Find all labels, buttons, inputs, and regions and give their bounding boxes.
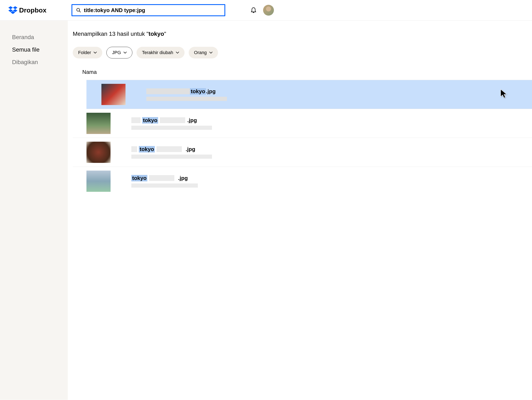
chevron-down-icon bbox=[176, 52, 179, 54]
svg-point-0 bbox=[77, 8, 80, 11]
header-actions bbox=[250, 5, 274, 16]
main-content: Menampilkan 13 hasil untuk "tokyo" Folde… bbox=[68, 21, 532, 400]
placeholder bbox=[131, 126, 212, 130]
search-box[interactable] bbox=[71, 4, 225, 16]
sidebar-item-shared[interactable]: Dibagikan bbox=[12, 56, 68, 68]
brand-name: Dropbox bbox=[19, 6, 47, 14]
filter-label: Folder bbox=[78, 50, 91, 55]
table-row[interactable]: tokyo.jpg bbox=[86, 80, 532, 109]
filter-label: Terakhir diubah bbox=[142, 50, 173, 55]
filter-people[interactable]: Orang bbox=[189, 47, 218, 58]
sidebar-item-all-files[interactable]: Semua file bbox=[12, 44, 68, 56]
chevron-down-icon bbox=[209, 52, 213, 54]
filter-row: Folder JPG Terakhir diubah Orang bbox=[73, 47, 532, 58]
column-header-name[interactable]: Nama bbox=[73, 69, 532, 75]
filter-folder[interactable]: Folder bbox=[73, 47, 102, 58]
placeholder bbox=[157, 146, 182, 152]
file-info: tokyo .jpg bbox=[131, 117, 219, 130]
file-extension: .jpg bbox=[178, 175, 188, 181]
heading-term: tokyo bbox=[149, 31, 164, 37]
search-input[interactable] bbox=[84, 7, 221, 13]
search-container bbox=[71, 4, 225, 16]
logo[interactable]: Dropbox bbox=[8, 6, 47, 14]
chevron-down-icon bbox=[94, 52, 97, 54]
placeholder bbox=[160, 117, 185, 123]
file-metadata bbox=[131, 183, 219, 188]
main-layout: Beranda Semua file Dibagikan Menampilkan… bbox=[0, 21, 532, 400]
placeholder bbox=[131, 146, 137, 152]
filename: tokyo .jpg bbox=[131, 117, 219, 123]
file-info: tokyo .jpg bbox=[131, 175, 219, 188]
filename: tokyo .jpg bbox=[131, 146, 219, 153]
avatar[interactable] bbox=[263, 5, 274, 16]
placeholder bbox=[146, 97, 227, 101]
file-metadata bbox=[131, 155, 219, 159]
placeholder bbox=[131, 183, 198, 188]
dropbox-icon bbox=[8, 6, 18, 14]
row-wrapper: tokyo.jpg bbox=[73, 80, 532, 109]
svg-line-1 bbox=[79, 11, 81, 12]
file-thumbnail bbox=[86, 113, 111, 134]
filter-label: Orang bbox=[194, 50, 207, 55]
heading-suffix: " bbox=[164, 31, 166, 37]
chevron-down-icon bbox=[123, 52, 127, 54]
search-highlight: tokyo bbox=[131, 175, 147, 181]
app-header: Dropbox bbox=[0, 0, 532, 21]
table-row[interactable]: tokyo .jpg bbox=[73, 138, 532, 167]
filename: tokyo .jpg bbox=[131, 175, 219, 181]
search-highlight: tokyo bbox=[190, 88, 206, 95]
placeholder bbox=[146, 88, 190, 94]
file-extension: .jpg bbox=[187, 117, 197, 123]
file-metadata bbox=[146, 97, 234, 101]
sidebar-item-home[interactable]: Beranda bbox=[12, 31, 68, 44]
file-thumbnail bbox=[86, 171, 111, 192]
placeholder bbox=[131, 155, 212, 159]
table-row[interactable]: tokyo .jpg bbox=[73, 167, 532, 195]
results-heading: Menampilkan 13 hasil untuk "tokyo" bbox=[73, 31, 532, 37]
file-thumbnail bbox=[86, 142, 111, 163]
file-extension: .jpg bbox=[186, 146, 195, 153]
placeholder bbox=[149, 175, 174, 181]
search-highlight: tokyo bbox=[139, 146, 155, 153]
file-metadata bbox=[131, 126, 219, 130]
filter-label: JPG bbox=[112, 50, 121, 55]
sidebar: Beranda Semua file Dibagikan bbox=[0, 21, 68, 400]
file-extension: .jpg bbox=[206, 88, 215, 95]
heading-prefix: Menampilkan 13 hasil untuk " bbox=[73, 31, 149, 37]
cursor-icon bbox=[500, 89, 508, 99]
search-icon bbox=[76, 8, 81, 13]
placeholder bbox=[131, 117, 140, 123]
table-row[interactable]: tokyo .jpg bbox=[73, 109, 532, 138]
search-highlight: tokyo bbox=[142, 117, 158, 123]
filename: tokyo.jpg bbox=[146, 88, 234, 95]
file-info: tokyo .jpg bbox=[131, 146, 219, 159]
notifications-icon[interactable] bbox=[250, 7, 257, 13]
filter-modified[interactable]: Terakhir diubah bbox=[137, 47, 184, 58]
file-thumbnail bbox=[101, 84, 126, 105]
filter-jpg[interactable]: JPG bbox=[106, 47, 132, 58]
file-info: tokyo.jpg bbox=[146, 88, 234, 101]
